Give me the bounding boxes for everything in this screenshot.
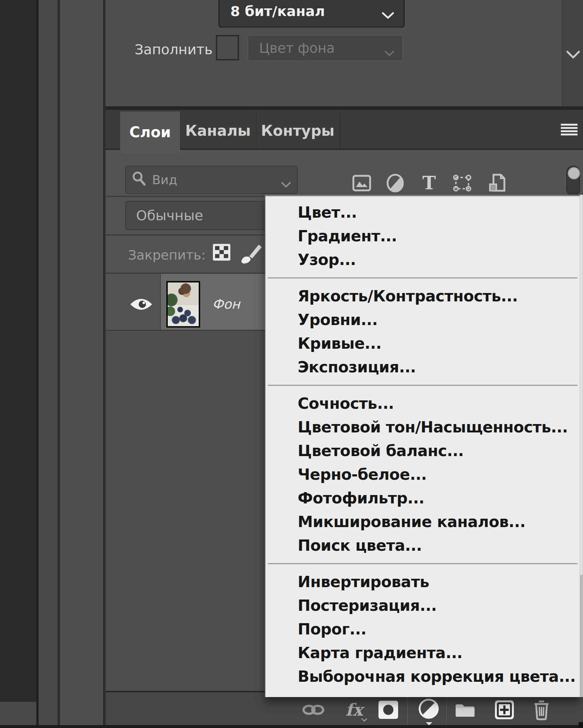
layer-thumbnail[interactable]	[166, 281, 200, 328]
divider	[106, 106, 583, 110]
panel-menu-icon[interactable]	[561, 124, 578, 136]
menu-item[interactable]: Яркость/Контрастность...	[266, 284, 580, 308]
menu-item[interactable]: Уровни...	[266, 308, 580, 332]
chevron-down-icon	[384, 44, 394, 60]
lock-image-pixels-button[interactable]	[238, 243, 264, 266]
divider	[407, 695, 408, 725]
divider	[160, 274, 161, 331]
menu-item[interactable]: Порог...	[266, 617, 580, 641]
adjustment-icon	[418, 698, 439, 719]
filter-shape-layers-button[interactable]	[453, 174, 472, 193]
menu-item[interactable]: Карта градиента...	[266, 641, 580, 665]
filter-pixel-layers-button[interactable]	[352, 174, 371, 193]
divider	[57, 0, 60, 728]
eye-icon	[129, 297, 153, 312]
tab-label: Каналы	[185, 122, 251, 139]
picture-icon	[352, 175, 371, 191]
filter-toggle[interactable]	[566, 166, 580, 196]
divider	[446, 695, 447, 725]
menu-item[interactable]: Цветовой тон/Насыщенность...	[266, 415, 580, 439]
link-icon	[302, 703, 325, 717]
chevron-down-icon	[382, 7, 394, 23]
tab-label: Слои	[129, 124, 171, 141]
plus-icon	[494, 700, 515, 720]
search-icon	[131, 170, 146, 189]
layer-visibility-toggle[interactable]	[128, 295, 154, 314]
left-app-strip	[0, 0, 36, 702]
brush-icon	[238, 243, 264, 265]
fill-label: Заполнить	[135, 41, 213, 58]
bounding-box-icon	[453, 174, 472, 192]
lock-label: Закрепить:	[128, 248, 206, 262]
panel-collapse-strip[interactable]	[562, 0, 583, 106]
menu-scrollbar-thumb[interactable]	[580, 195, 583, 575]
blend-mode-value: Обычные	[136, 207, 203, 223]
photoshop-layers-panel: 8 бит/канал Заполнить Цвет фона Слои Кан…	[0, 0, 583, 728]
new-adjustment-layer-button[interactable]	[418, 698, 439, 719]
menu-separator	[268, 385, 578, 386]
delete-layer-button[interactable]	[532, 699, 551, 721]
menu-item[interactable]: Кривые...	[266, 332, 580, 355]
lock-transparent-pixels-button[interactable]	[212, 243, 231, 263]
filter-type-layers-button[interactable]: T	[420, 174, 439, 193]
adjustment-menu: Цвет...Градиент...Узор...Яркость/Контрас…	[265, 195, 580, 697]
add-layer-mask-button[interactable]	[378, 700, 399, 720]
link-layers-button[interactable]	[301, 702, 325, 718]
divider	[340, 112, 340, 149]
divider	[103, 0, 106, 728]
menu-separator	[268, 277, 578, 278]
chevron-down-icon	[281, 177, 291, 191]
trash-icon	[532, 699, 551, 720]
layer-name: Фон	[212, 297, 240, 312]
menu-item[interactable]: Сочность...	[266, 392, 580, 415]
toggle-knob-icon	[568, 167, 580, 179]
chevron-down-icon	[361, 718, 368, 722]
divider	[0, 725, 583, 728]
folder-icon	[454, 701, 476, 718]
filter-adjustment-layers-button[interactable]	[386, 174, 405, 193]
panel-resize-grip[interactable]	[579, 722, 583, 727]
panel-tab-bar: Слои Каналы Контуры	[106, 110, 583, 150]
fx-icon: fx	[345, 700, 362, 720]
type-icon: T	[422, 174, 436, 193]
fill-color-swatch[interactable]	[216, 35, 239, 60]
divider	[256, 112, 257, 149]
tab-channels[interactable]: Каналы	[180, 111, 256, 150]
tab-layers[interactable]: Слои	[120, 111, 180, 153]
layer-mask-icon	[378, 700, 399, 720]
menu-item[interactable]: Микширование каналов...	[266, 510, 580, 534]
menu-separator	[268, 563, 578, 564]
menu-item[interactable]: Инвертировать	[266, 570, 580, 594]
layer-thumbnail-photo	[168, 282, 199, 326]
panel-edge-strip	[39, 0, 57, 728]
left-app-strip-bottom	[0, 702, 36, 728]
menu-item[interactable]: Выборочная коррекция цвета...	[266, 665, 580, 688]
filter-kind-value: Вид	[152, 173, 177, 187]
menu-scrollbar[interactable]	[580, 195, 583, 697]
menu-item[interactable]: Узор...	[266, 248, 580, 272]
menu-item[interactable]: Фотофильтр...	[266, 486, 580, 510]
checkerboard-icon	[212, 243, 231, 261]
chevron-down-icon	[566, 50, 580, 60]
half-circle-icon	[386, 173, 404, 193]
smart-object-icon	[488, 173, 507, 193]
menu-item[interactable]: Постеризация...	[266, 594, 580, 617]
menu-item[interactable]: Цветовой баланс...	[266, 439, 580, 463]
menu-item[interactable]: Черно-белое...	[266, 463, 580, 486]
tab-label: Контуры	[261, 122, 334, 139]
filter-smart-objects-button[interactable]	[488, 174, 507, 193]
menu-item[interactable]: Поиск цвета...	[266, 534, 580, 557]
menu-item[interactable]: Цвет...	[266, 201, 580, 224]
bit-depth-select[interactable]: 8 бит/канал	[218, 0, 405, 28]
divider	[180, 112, 181, 149]
new-layer-button[interactable]	[494, 700, 515, 720]
bit-depth-value: 8 бит/канал	[230, 3, 325, 19]
filter-kind-select[interactable]: Вид	[125, 166, 298, 194]
menu-item[interactable]: Экспозиция...	[266, 355, 580, 379]
new-group-button[interactable]	[454, 701, 476, 719]
menu-item[interactable]: Градиент...	[266, 224, 580, 248]
panel-gutter-strip	[60, 0, 103, 728]
layer-effects-button[interactable]: fx	[341, 699, 367, 721]
fill-mode-select[interactable]: Цвет фона	[247, 35, 403, 61]
tab-paths[interactable]: Контуры	[256, 111, 340, 150]
